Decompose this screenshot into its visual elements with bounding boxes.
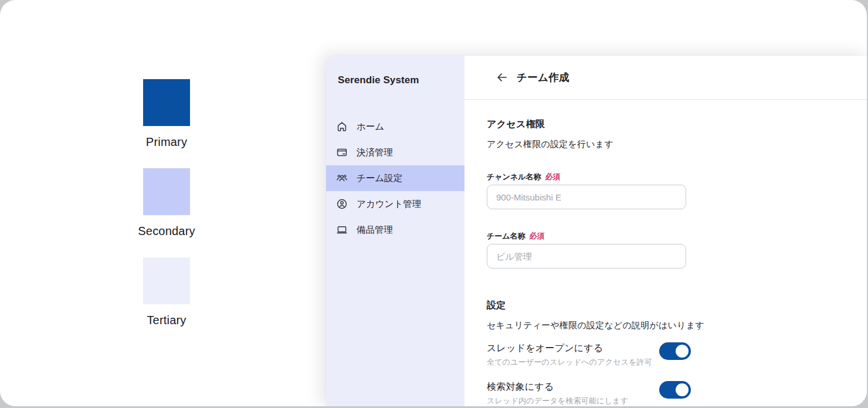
settings-section-description: セキュリティーや権限の設定などの説明がはいります [487, 319, 867, 331]
primary-swatch [143, 79, 190, 126]
secondary-swatch-group: Secondary [143, 168, 190, 239]
required-badge: 必須 [545, 172, 561, 181]
sidebar-item-team-settings[interactable]: チーム設定 [326, 165, 464, 191]
team-name-field: チーム名称必須 [487, 231, 867, 268]
sidebar-item-label: 決済管理 [357, 147, 393, 158]
channel-name-label-row: チャンネル名称必須 [487, 172, 867, 182]
page-header: チーム作成 [464, 56, 867, 100]
sidebar-item-label: 備品管理 [357, 224, 393, 236]
account-icon [336, 198, 348, 210]
searchable-toggle[interactable] [659, 381, 691, 399]
background-card: Primary Secondary Tertiary Serendie Syst… [0, 0, 867, 406]
tertiary-swatch [143, 257, 190, 304]
open-thread-caption: 全てのユーザーのスレッドへのアクセスを許可 [487, 357, 652, 368]
open-thread-toggle-row: スレッドをオープンにする 全てのユーザーのスレッドへのアクセスを許可 [487, 342, 691, 368]
main-panel: チーム作成 アクセス権限 アクセス権限の設定を行います チャンネル名称必須 チー… [464, 56, 867, 406]
form-content: アクセス権限 アクセス権限の設定を行います チャンネル名称必須 チーム名称必須 [464, 100, 867, 406]
searchable-texts: 検索対象にする スレッド内のデータを検索可能にします [487, 380, 628, 406]
team-name-label: チーム名称 [487, 232, 525, 240]
toggle-knob [676, 383, 689, 396]
sidebar-item-home[interactable]: ホーム [326, 114, 464, 140]
home-icon [336, 121, 348, 132]
channel-name-input[interactable] [487, 185, 686, 209]
secondary-swatch-label: Secondary [138, 223, 195, 239]
team-icon [336, 172, 348, 184]
sidebar-item-label: チーム設定 [357, 172, 402, 184]
sidebar-app-title: Serendie System [338, 73, 464, 87]
sidebar-item-payments[interactable]: 決済管理 [326, 140, 464, 165]
arrow-left-icon [496, 71, 508, 84]
sidebar-item-accounts[interactable]: アカウント管理 [326, 191, 464, 217]
open-thread-texts: スレッドをオープンにする 全てのユーザーのスレッドへのアクセスを許可 [487, 342, 652, 368]
settings-section-title: 設定 [487, 299, 867, 312]
credit-card-icon [336, 147, 348, 158]
open-thread-label: スレッドをオープンにする [487, 342, 652, 355]
primary-swatch-label: Primary [146, 134, 187, 149]
channel-name-label: チャンネル名称 [487, 172, 541, 181]
team-name-label-row: チーム名称必須 [487, 231, 867, 242]
tertiary-swatch-label: Tertiary [147, 312, 186, 328]
access-section-title: アクセス権限 [487, 118, 867, 131]
app-window: Serendie System ホーム [326, 56, 867, 406]
screenshot-canvas: Primary Secondary Tertiary Serendie Syst… [0, 0, 868, 408]
page-title: チーム作成 [517, 70, 569, 84]
searchable-label: 検索対象にする [487, 380, 628, 393]
sidebar-item-label: アカウント管理 [357, 198, 421, 210]
color-palette: Primary Secondary Tertiary [143, 79, 190, 346]
device-icon [336, 224, 348, 236]
toggle-knob [676, 345, 689, 358]
tertiary-swatch-group: Tertiary [143, 257, 190, 328]
sidebar-item-label: ホーム [357, 121, 384, 132]
searchable-toggle-row: 検索対象にする スレッド内のデータを検索可能にします [487, 380, 691, 406]
open-thread-toggle[interactable] [659, 342, 691, 360]
sidebar-nav: ホーム 決済管理 [326, 114, 464, 243]
team-name-input[interactable] [487, 244, 686, 268]
sidebar: Serendie System ホーム [326, 56, 464, 406]
primary-swatch-group: Primary [143, 79, 190, 149]
searchable-caption: スレッド内のデータを検索可能にします [487, 396, 628, 406]
sidebar-item-equipment[interactable]: 備品管理 [326, 217, 464, 243]
back-button[interactable] [495, 70, 509, 84]
secondary-swatch [143, 168, 190, 215]
access-section-description: アクセス権限の設定を行います [487, 138, 867, 150]
required-badge: 必須 [530, 232, 545, 240]
channel-name-field: チャンネル名称必須 [487, 172, 867, 209]
